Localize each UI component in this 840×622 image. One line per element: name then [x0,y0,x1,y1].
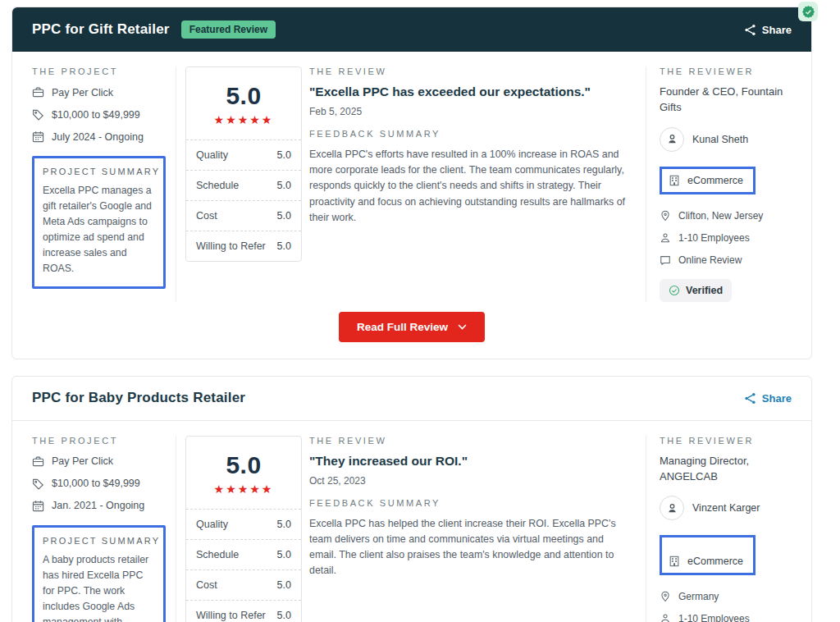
rating-top: 5.0 ★★★★★ [186,67,301,139]
rating-label: Willing to Refer [196,240,266,252]
featured-review-badge: Featured Review [181,21,276,39]
rating-label: Quality [196,149,228,161]
reviewer-name: Kunal Sheth [692,134,748,145]
rating-row-schedule: Schedule 5.0 [186,170,301,200]
share-label: Share [762,24,792,36]
rating-column: 5.0 ★★★★★ Quality 5.0 Schedule 5.0 Cost … [185,436,302,622]
rating-value: 5.0 [277,240,291,252]
service-label: Pay Per Click [52,87,113,98]
review-date: Oct 25, 2023 [309,475,629,487]
building-icon [669,556,680,567]
review-type-label: Online Review [678,254,742,266]
location-label: Clifton, New Jersey [678,210,763,222]
reviewer-role: Managing Director, ANGELCAB [660,454,792,485]
share-label: Share [762,392,792,405]
rating-value: 5.0 [277,180,291,191]
review-column: THE REVIEW "They increased our ROI." Oct… [302,436,646,622]
location-pin-icon [660,210,671,222]
avatar [660,496,684,520]
review-quote: "They increased our ROI." [309,454,629,469]
industry-label: eCommerce [687,175,743,186]
star-rating-icons: ★★★★★ [186,113,301,126]
feedback-summary-heading: FEEDBACK SUMMARY [309,498,629,508]
review-column: THE REVIEW "Excella PPC has exceeded our… [302,66,646,302]
button-row: Read Full Review [12,304,811,359]
location-label: Germany [678,591,719,602]
location-line: Germany [660,591,792,602]
briefcase-icon [32,86,44,98]
rating-row-quality: Quality 5.0 [186,139,301,170]
read-full-review-button[interactable]: Read Full Review [339,312,485,342]
location-line: Clifton, New Jersey [660,210,792,222]
rating-row-willing-to-refer: Willing to Refer 5.0 [186,231,301,261]
review-heading: THE REVIEW [309,66,629,76]
project-summary-text: Excella PPC manages a gift retailer's Go… [43,183,155,277]
industry-badge: eCommerce [660,167,756,194]
project-column: THE PROJECT Pay Per Click $10,000 to $49… [32,66,176,302]
rating-row-cost: Cost 5.0 [186,569,301,600]
review-heading: THE REVIEW [309,436,629,446]
budget-label: $10,000 to $49,999 [52,478,140,489]
industry-badge: eCommerce [660,535,756,575]
rating-label: Cost [196,210,217,222]
project-summary-box: PROJECT SUMMARY Excella PPC manages a gi… [32,156,166,289]
project-heading: THE PROJECT [32,66,166,76]
project-heading: THE PROJECT [32,436,166,446]
share-button[interactable]: Share [744,24,792,36]
feedback-summary-heading: FEEDBACK SUMMARY [309,129,629,139]
project-column: THE PROJECT Pay Per Click $10,000 to $49… [32,436,176,622]
review-card-baby-products-retailer: PPC for Baby Products Retailer Share THE… [11,376,812,622]
timeline-line: Jan. 2021 - Ongoing [32,500,166,512]
budget-line: $10,000 to $49,999 [32,108,166,121]
share-icon [744,392,756,405]
review-quote: "Excella PPC has exceeded our expectatio… [309,85,629,99]
rating-label: Quality [196,519,228,530]
employees-icon [660,232,671,244]
project-summary-box: PROJECT SUMMARY A baby products retailer… [32,525,166,622]
verified-label: Verified [686,285,723,296]
timeline-label: Jan. 2021 - Ongoing [52,500,144,511]
featured-corner-badge [798,2,818,21]
briefcase-icon [32,455,44,468]
card-body: THE PROJECT Pay Per Click $10,000 to $49… [12,421,811,622]
service-label: Pay Per Click [52,455,113,467]
reviewer-role: Founder & CEO, Fountain Gifts [660,85,792,116]
reviewer-person: Kunal Sheth [660,127,792,152]
chat-bubble-icon [660,254,671,266]
project-summary-heading: PROJECT SUMMARY [43,167,155,176]
reviewer-column: THE REVIEWER Founder & CEO, Fountain Gif… [646,66,792,302]
budget-label: $10,000 to $49,999 [52,109,140,121]
reviewer-heading: THE REVIEWER [660,436,792,446]
verified-badge: Verified [660,279,732,302]
person-icon [666,133,678,145]
feedback-summary-text: Excella PPC's efforts have resulted in a… [309,147,629,226]
rating-value: 5.0 [277,149,291,161]
rating-label: Willing to Refer [196,610,266,621]
calendar-icon [32,130,44,143]
review-type-line: Online Review [660,254,792,266]
rating-row-schedule: Schedule 5.0 [186,539,301,569]
price-tag-icon [32,108,44,121]
review-date: Feb 5, 2025 [309,106,629,117]
rating-value: 5.0 [277,519,291,530]
rating-row-cost: Cost 5.0 [186,200,301,231]
rating-column: 5.0 ★★★★★ Quality 5.0 Schedule 5.0 Cost … [185,66,302,302]
project-summary-heading: PROJECT SUMMARY [43,536,155,546]
industry-label: eCommerce [687,556,743,567]
avatar [660,127,684,152]
overall-rating: 5.0 [186,82,301,110]
service-line: Pay Per Click [32,455,166,468]
timeline-label: July 2024 - Ongoing [52,131,144,143]
card-title: PPC for Baby Products Retailer [32,390,245,406]
rating-value: 5.0 [277,210,291,222]
read-full-review-label: Read Full Review [357,321,448,333]
company-size-line: 1-10 Employees [660,613,792,622]
building-icon [669,175,680,186]
rating-value: 5.0 [277,579,291,591]
service-line: Pay Per Click [32,86,166,98]
card-body: THE PROJECT Pay Per Click $10,000 to $49… [12,52,811,304]
chevron-down-icon [458,324,467,330]
location-pin-icon [660,591,671,602]
employees-icon [660,613,671,622]
share-button[interactable]: Share [744,392,792,405]
